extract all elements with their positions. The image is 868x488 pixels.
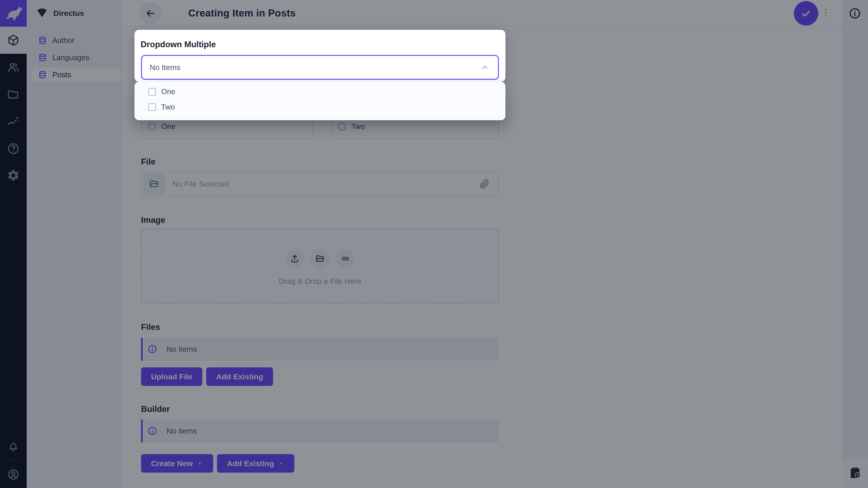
dropdown-multiple-modal: Dropdown Multiple No Items One Two — [134, 30, 505, 82]
select-value: No Items — [150, 63, 480, 72]
checkbox-icon[interactable] — [148, 88, 156, 96]
dropdown-multiple-select[interactable]: No Items — [141, 55, 499, 80]
option-label: One — [161, 88, 175, 96]
checkbox-icon[interactable] — [148, 103, 156, 111]
dropdown-field-label: Dropdown Multiple — [141, 40, 216, 49]
dropdown-field-card: Dropdown Multiple No Items — [134, 30, 505, 82]
option-two[interactable]: Two — [134, 99, 505, 115]
dropdown-options-menu: One Two — [134, 82, 505, 120]
chevron-up-icon — [480, 62, 490, 72]
option-label: Two — [161, 103, 175, 111]
option-one[interactable]: One — [134, 84, 505, 99]
